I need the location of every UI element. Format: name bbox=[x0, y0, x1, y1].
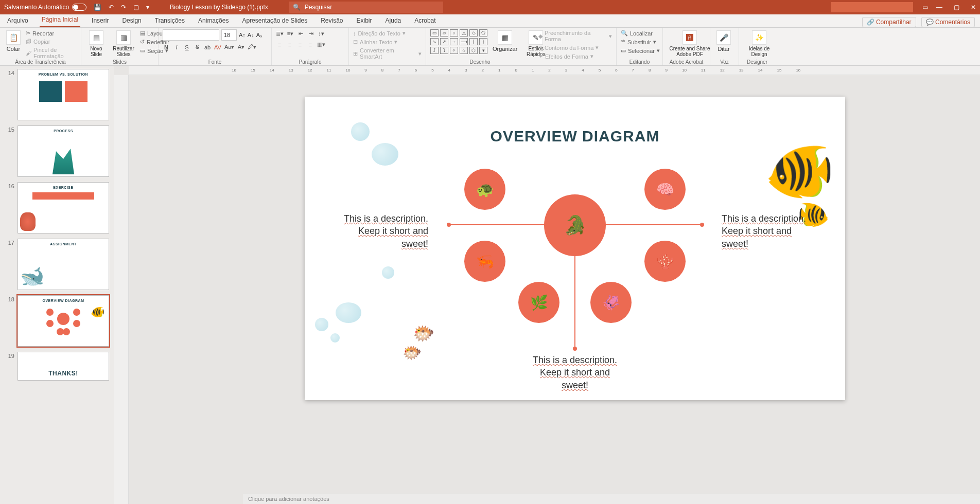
share-button[interactable]: 🔗 Compartilhar bbox=[862, 17, 916, 27]
minimize-icon[interactable]: — bbox=[936, 4, 942, 11]
diagram-node-coral[interactable]: 🪸 bbox=[644, 241, 686, 282]
convert-smartart-button[interactable]: ⊞ Converter em SmartArt ▾ bbox=[353, 47, 422, 60]
shape-fill-button[interactable]: ◆ Preenchimento da Forma ▾ bbox=[538, 29, 612, 43]
decrease-indent-icon[interactable]: ⇤ bbox=[297, 30, 304, 37]
replace-button[interactable]: ᵃᵇ Substituir ▾ bbox=[621, 38, 660, 46]
align-left-icon[interactable]: ≡ bbox=[276, 42, 283, 48]
align-right-icon[interactable]: ≡ bbox=[296, 42, 304, 48]
diagram-node-seaweed[interactable]: 🌿 bbox=[518, 282, 559, 323]
italic-icon[interactable]: I bbox=[173, 44, 180, 50]
tab-apresentacao[interactable]: Apresentação de Slides bbox=[240, 15, 309, 27]
maximize-icon[interactable]: ▢ bbox=[954, 4, 959, 11]
tab-pagina-inicial[interactable]: Página Inicial bbox=[40, 14, 80, 27]
select-button[interactable]: ▭ Selecionar ▾ bbox=[621, 47, 660, 55]
diagram-node-seahorse[interactable]: 🦐 bbox=[464, 241, 505, 282]
document-title[interactable]: Biology Lesson by Slidesgo (1).pptx bbox=[170, 4, 268, 11]
copy-button[interactable]: 🗐 Copiar bbox=[26, 38, 77, 45]
find-button[interactable]: 🔍 Localizar bbox=[621, 29, 660, 37]
underline-icon[interactable]: S bbox=[183, 44, 190, 50]
tab-inserir[interactable]: Inserir bbox=[90, 15, 111, 27]
create-pdf-button[interactable]: 🅰 Create and Share Adobe PDF bbox=[667, 29, 712, 58]
diagram-node-turtle[interactable]: 🐢 bbox=[464, 169, 505, 210]
shapes-gallery[interactable]: ▭▱○△◇⬠ ↘↗→⟶{} ⤴⤵✧☆⬡▾ bbox=[430, 29, 487, 54]
shadow-icon[interactable]: ab bbox=[204, 44, 211, 50]
user-account[interactable] bbox=[831, 2, 913, 12]
paste-label: Colar bbox=[7, 46, 20, 52]
decrease-font-icon[interactable]: A↓ bbox=[248, 32, 254, 38]
search-input[interactable] bbox=[305, 4, 439, 11]
increase-font-icon[interactable]: A↑ bbox=[239, 32, 246, 38]
organizar-button[interactable]: ▦ Organizar bbox=[491, 29, 519, 53]
format-painter-button[interactable]: 🖌 Pincel de Formatação bbox=[26, 46, 77, 60]
bullets-icon[interactable]: ≣▾ bbox=[276, 30, 284, 37]
new-slide-button[interactable]: ▦ Novo Slide bbox=[85, 29, 107, 58]
autosave-switch[interactable] bbox=[72, 4, 86, 11]
dictate-button[interactable]: 🎤 Ditar bbox=[714, 29, 733, 53]
tab-animacoes[interactable]: Animações bbox=[196, 15, 231, 27]
paste-button[interactable]: 📋 Colar bbox=[4, 29, 23, 53]
align-center-icon[interactable]: ≡ bbox=[286, 42, 293, 48]
ribbon-display-icon[interactable]: ▭ bbox=[922, 4, 928, 11]
comments-button[interactable]: 💬 Comentários bbox=[921, 17, 975, 27]
align-text-button[interactable]: ⊟ Alinhar Texto ▾ bbox=[353, 38, 422, 46]
thumbnail-15[interactable]: 15 PROCESS bbox=[5, 125, 109, 177]
qat-more-icon[interactable]: ▾ bbox=[146, 4, 149, 11]
thumbnail-16[interactable]: 16 EXERCISE bbox=[5, 182, 109, 233]
horizontal-ruler: 1615141312111098765432101234567891011121… bbox=[129, 66, 980, 75]
strike-icon[interactable]: S̶ bbox=[194, 44, 201, 50]
workspace: 14 PROBLEM VS. SOLUTION 15 PROCESS 16 EX… bbox=[0, 66, 980, 504]
slide-thumbnails-pane[interactable]: 14 PROBLEM VS. SOLUTION 15 PROCESS 16 EX… bbox=[0, 66, 114, 504]
autosave-toggle[interactable]: Salvamento Automático bbox=[4, 4, 86, 11]
highlight-icon[interactable]: AV bbox=[214, 44, 221, 50]
group-designer: ✨ Ideias de Design Designer bbox=[739, 28, 775, 65]
description-left[interactable]: This is a description. Keep it short and… bbox=[336, 212, 428, 250]
thumbnail-18[interactable]: 18 OVERVIEW DIAGRAM 🐠 bbox=[5, 295, 109, 347]
thumbnail-17[interactable]: 17 ASSIGNMENT 🐋 bbox=[5, 239, 109, 290]
slide-canvas[interactable]: OVERVIEW DIAGRAM 🐠 🐠 🐡 🐡 🐊 🐢 🦐 bbox=[305, 97, 845, 400]
clear-format-icon[interactable]: Aₓ bbox=[256, 32, 262, 39]
thumbnail-14[interactable]: 14 PROBLEM VS. SOLUTION bbox=[5, 69, 109, 120]
text-direction-button[interactable]: ↕ Direção do Texto ▾ bbox=[353, 29, 422, 37]
title-bar: Salvamento Automático 💾 ↶ ↷ ▢ ▾ Biology … bbox=[0, 0, 980, 14]
shape-effects-button[interactable]: ✦ Efeitos de Forma ▾ bbox=[538, 52, 612, 60]
notes-placeholder[interactable]: Clique para adicionar anotações bbox=[243, 494, 980, 504]
tab-design[interactable]: Design bbox=[120, 15, 143, 27]
font-size-input[interactable]: 18 bbox=[221, 29, 237, 41]
tab-arquivo[interactable]: Arquivo bbox=[5, 15, 30, 27]
tab-transicoes[interactable]: Transições bbox=[153, 15, 187, 27]
close-icon[interactable]: ✕ bbox=[971, 4, 976, 11]
thumbnail-19[interactable]: 19 THANKS! bbox=[5, 352, 109, 381]
description-right[interactable]: This is a description. Keep it short and… bbox=[722, 212, 814, 250]
arrange-icon: ▦ bbox=[498, 30, 512, 45]
tab-revisao[interactable]: Revisão bbox=[319, 15, 345, 27]
char-spacing-icon[interactable]: Aa▾ bbox=[224, 44, 234, 50]
bold-icon[interactable]: N bbox=[163, 44, 170, 50]
shape-outline-button[interactable]: ◇ Contorno da Forma ▾ bbox=[538, 44, 612, 51]
tab-acrobat[interactable]: Acrobat bbox=[412, 15, 437, 27]
font-name-input[interactable] bbox=[163, 29, 219, 41]
description-bottom[interactable]: This is a description. Keep it short and… bbox=[305, 354, 845, 391]
diagram-node-brain-coral[interactable]: 🧠 bbox=[644, 169, 686, 210]
increase-indent-icon[interactable]: ⇥ bbox=[307, 30, 314, 37]
design-ideas-button[interactable]: ✨ Ideias de Design bbox=[743, 29, 775, 58]
tab-exibir[interactable]: Exibir bbox=[355, 15, 374, 27]
redo-icon[interactable]: ↷ bbox=[121, 4, 126, 11]
cut-button[interactable]: ✂ Recortar bbox=[26, 29, 77, 37]
slide-editor[interactable]: 1615141312111098765432101234567891011121… bbox=[114, 66, 980, 504]
save-icon[interactable]: 💾 bbox=[94, 4, 101, 11]
reuse-slides-button[interactable]: ▥ Reutilizar Slides bbox=[110, 29, 137, 58]
line-spacing-icon[interactable]: ↕▾ bbox=[318, 30, 325, 37]
bubble-decoration bbox=[315, 318, 328, 331]
columns-icon[interactable]: ▥▾ bbox=[317, 41, 325, 48]
diagram-node-anemone[interactable]: 🦑 bbox=[590, 282, 632, 323]
diagram-node-center[interactable]: 🐊 bbox=[544, 194, 606, 256]
highlight-color-icon[interactable]: 🖍▾ bbox=[248, 44, 256, 50]
tab-ajuda[interactable]: Ajuda bbox=[383, 15, 404, 27]
undo-icon[interactable]: ↶ bbox=[109, 4, 114, 11]
connector-line bbox=[574, 251, 575, 349]
numbering-icon[interactable]: ≡▾ bbox=[287, 30, 294, 37]
slideshow-icon[interactable]: ▢ bbox=[133, 4, 139, 11]
font-color-icon[interactable]: A▾ bbox=[237, 44, 244, 50]
justify-icon[interactable]: ≡ bbox=[307, 42, 314, 48]
search-box[interactable]: 🔍 bbox=[289, 2, 443, 13]
